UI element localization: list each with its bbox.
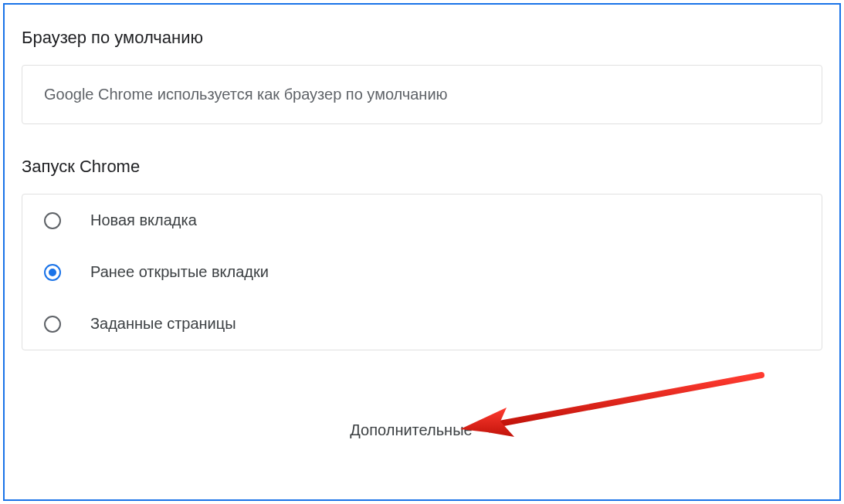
advanced-row: Дополнительные <box>5 421 839 439</box>
advanced-label: Дополнительные <box>350 421 472 439</box>
settings-panel: Браузер по умолчанию Google Chrome испол… <box>3 3 841 501</box>
startup-option-label: Заданные страницы <box>90 315 236 333</box>
svg-line-0 <box>491 375 761 425</box>
chevron-down-icon <box>485 428 494 433</box>
startup-option-label: Ранее открытые вкладки <box>90 263 269 281</box>
annotation-arrow-icon <box>445 367 777 452</box>
default-browser-card: Google Chrome используется как браузер п… <box>22 65 822 124</box>
startup-option-new-tab[interactable]: Новая вкладка <box>22 194 822 246</box>
radio-icon[interactable] <box>44 212 61 229</box>
startup-option-specific-pages[interactable]: Заданные страницы <box>22 298 822 350</box>
radio-icon[interactable] <box>44 316 61 333</box>
startup-option-label: Новая вкладка <box>90 211 197 229</box>
advanced-button[interactable]: Дополнительные <box>350 421 493 439</box>
on-startup-card: Новая вкладка Ранее открытые вкладки Зад… <box>22 194 822 350</box>
on-startup-title: Запуск Chrome <box>5 124 839 177</box>
default-browser-title: Браузер по умолчанию <box>5 5 839 48</box>
radio-icon[interactable] <box>44 264 61 281</box>
startup-option-continue[interactable]: Ранее открытые вкладки <box>22 246 822 298</box>
default-browser-status: Google Chrome используется как браузер п… <box>22 66 822 123</box>
